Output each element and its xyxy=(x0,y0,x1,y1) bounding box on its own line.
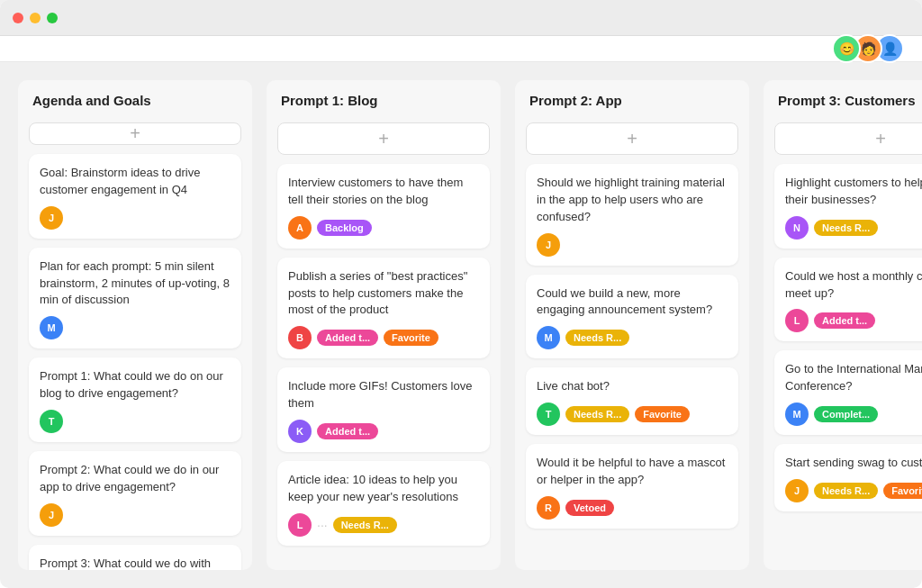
add-card-button-agenda[interactable]: + xyxy=(29,122,241,145)
column-header-blog: Prompt 1: Blog xyxy=(277,93,490,113)
column-blog: Prompt 1: Blog+Interview customers to ha… xyxy=(267,80,501,570)
card-footer: MComplet... xyxy=(785,403,922,426)
card: Interview customers to have them tell th… xyxy=(277,164,490,249)
card: Go to the International Marketers Confer… xyxy=(774,350,922,435)
card-tag: Needs R... xyxy=(565,406,629,422)
card: Could we host a monthly customer meet up… xyxy=(774,258,922,342)
card-avatar: R xyxy=(537,496,560,520)
card: Live chat bot?TNeeds R...Favorite xyxy=(526,367,738,435)
app-header: 😊 🧑 👤 xyxy=(0,36,922,62)
card-footer: RVetoed xyxy=(537,496,728,520)
card-avatar: M xyxy=(537,326,560,349)
card-footer: BAdded t...Favorite xyxy=(288,326,479,349)
card-text: Include more GIFs! Customers love them xyxy=(288,378,479,412)
card-avatar: N xyxy=(785,216,809,240)
add-card-button-customers[interactable]: + xyxy=(774,122,922,155)
card-footer: J xyxy=(40,206,230,230)
card-text: Should we highlight training material in… xyxy=(537,175,728,226)
column-customers: Prompt 3: Customers+Highlight customers … xyxy=(764,80,922,570)
card-text: Prompt 3: What could we do with our cust… xyxy=(40,556,230,570)
card: Prompt 1: What could we do on our blog t… xyxy=(29,357,241,442)
card-text: Live chat bot? xyxy=(537,378,728,395)
card-footer: LAdded t... xyxy=(785,309,922,332)
traffic-lights xyxy=(13,13,58,23)
card-avatar: M xyxy=(785,403,809,426)
card-text: Highlight customers to help amplify thei… xyxy=(785,175,922,209)
card-avatar: J xyxy=(537,233,560,257)
card-tag: Complet... xyxy=(814,406,878,422)
card: Should we highlight training material in… xyxy=(526,164,738,266)
card-footer: KAdded t... xyxy=(288,420,479,443)
card-text: Prompt 1: What could we do on our blog t… xyxy=(40,368,230,403)
card-tag: Backlog xyxy=(317,220,372,236)
card-text: Could we host a monthly customer meet up… xyxy=(785,268,922,303)
card-footer: T xyxy=(40,410,230,433)
card: Prompt 2: What could we do in our app to… xyxy=(29,451,241,536)
column-app: Prompt 2: App+Should we highlight traini… xyxy=(515,80,749,570)
card-text: Go to the International Marketers Confer… xyxy=(785,361,922,395)
card-avatar: T xyxy=(40,410,63,433)
card-avatar: J xyxy=(40,503,63,527)
card: Goal: Brainstorm ideas to drive customer… xyxy=(29,154,241,239)
card-tag: Needs R... xyxy=(814,220,878,236)
card-footer: J xyxy=(40,503,230,527)
card-text: Could we build a new, more engaging anno… xyxy=(537,285,728,320)
maximize-button[interactable] xyxy=(47,13,58,23)
card-text: Prompt 2: What could we do in our app to… xyxy=(40,462,230,496)
more-options-icon[interactable]: ··· xyxy=(317,518,328,532)
card-tag: Added t... xyxy=(317,330,378,346)
column-header-app: Prompt 2: App xyxy=(526,93,738,113)
card: Publish a series of "best practices" pos… xyxy=(277,258,490,359)
card-text: Article idea: 10 ideas to help you keep … xyxy=(288,472,479,506)
card: Would it be helpful to have a mascot or … xyxy=(526,444,738,529)
column-header-agenda: Agenda and Goals xyxy=(29,93,241,113)
card-avatar: T xyxy=(537,403,560,426)
card-avatar: A xyxy=(288,216,312,240)
card-text: Publish a series of "best practices" pos… xyxy=(288,268,479,320)
card: Article idea: 10 ideas to help you keep … xyxy=(277,461,490,546)
card-footer: J xyxy=(537,233,728,257)
card-avatar: J xyxy=(40,206,63,230)
card-footer: JNeeds R...Favorite xyxy=(785,479,922,502)
card-footer: ABacklog xyxy=(288,216,479,240)
card-tag: Needs R... xyxy=(333,517,397,533)
card-footer: TNeeds R...Favorite xyxy=(537,403,728,426)
card-tag: Needs R... xyxy=(565,330,629,346)
card-avatar: K xyxy=(288,420,312,443)
card-text: Goal: Brainstorm ideas to drive customer… xyxy=(40,165,230,199)
card: Highlight customers to help amplify thei… xyxy=(774,164,922,249)
card-tag: Favorite xyxy=(883,483,922,499)
minimize-button[interactable] xyxy=(30,13,41,23)
card-avatar: L xyxy=(785,309,809,332)
card-avatar: B xyxy=(288,326,312,349)
board-area: Agenda and Goals+Goal: Brainstorm ideas … xyxy=(0,62,922,588)
avatar-1: 😊 xyxy=(832,34,861,63)
card-avatar: L xyxy=(288,513,312,537)
card: Start sending swag to customers?JNeeds R… xyxy=(774,444,922,511)
titlebar xyxy=(0,0,922,36)
card-tag: Vetoed xyxy=(565,500,614,516)
add-card-button-app[interactable]: + xyxy=(526,122,738,155)
card-footer: M xyxy=(40,316,230,339)
card-tag: Favorite xyxy=(384,330,438,346)
card-tag: Added t... xyxy=(317,423,378,439)
card-tag: Needs R... xyxy=(814,483,878,499)
card-avatar: J xyxy=(785,479,809,502)
card: Include more GIFs! Customers love themKA… xyxy=(277,367,490,452)
card-footer: MNeeds R... xyxy=(537,326,728,349)
card-text: Would it be helpful to have a mascot or … xyxy=(537,455,728,489)
card: Could we build a new, more engaging anno… xyxy=(526,275,738,359)
card-text: Plan for each prompt: 5 min silent brain… xyxy=(40,258,230,310)
avatars-group: 😊 🧑 👤 xyxy=(839,34,904,63)
card-footer: NNeeds R... xyxy=(785,216,922,240)
card: Prompt 3: What could we do with our cust… xyxy=(29,545,241,570)
card-tag: Favorite xyxy=(635,406,690,422)
card-avatar: M xyxy=(40,316,63,339)
column-agenda: Agenda and Goals+Goal: Brainstorm ideas … xyxy=(18,80,252,570)
close-button[interactable] xyxy=(13,13,23,23)
column-header-customers: Prompt 3: Customers xyxy=(774,93,922,113)
card-text: Start sending swag to customers? xyxy=(785,455,922,472)
add-card-button-blog[interactable]: + xyxy=(277,122,490,155)
card: Plan for each prompt: 5 min silent brain… xyxy=(29,248,241,349)
card-tag: Added t... xyxy=(814,312,875,329)
